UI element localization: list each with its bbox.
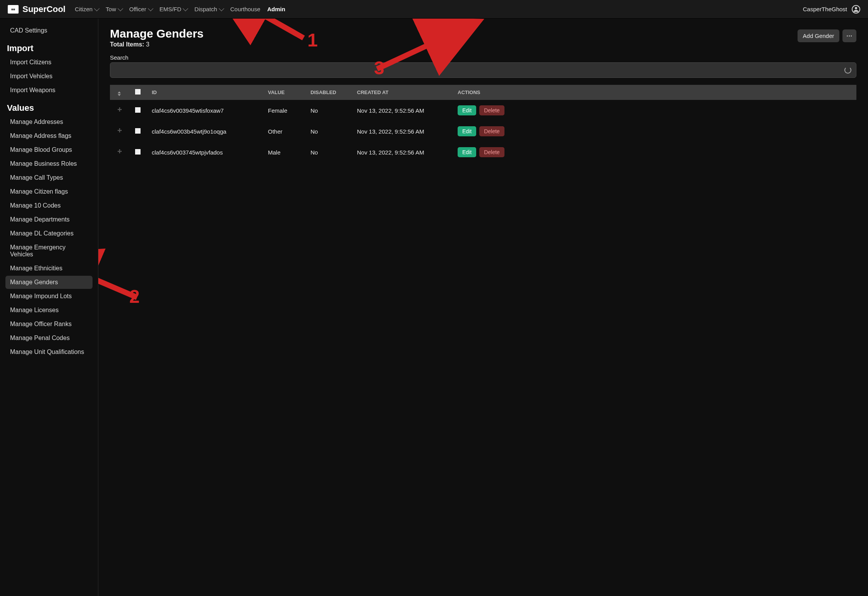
more-actions-button[interactable]: ··· <box>842 29 856 42</box>
nav-label: EMS/FD <box>160 6 182 12</box>
chevron-down-icon <box>183 5 188 11</box>
sidebar-item-manage-penal-codes[interactable]: Manage Penal Codes <box>5 331 93 345</box>
sidebar-item-manage-unit-qualifications[interactable]: Manage Unit Qualifications <box>5 345 93 359</box>
drag-handle-icon[interactable] <box>117 128 122 133</box>
sidebar-item-label: Manage Unit Qualifications <box>10 349 84 355</box>
genders-table: ID VALUE DISABLED CREATED AT ACTIONS cla… <box>110 85 856 163</box>
chevron-down-icon <box>148 5 153 11</box>
nav-dispatch[interactable]: Dispatch <box>194 6 223 12</box>
sidebar-item-label: Manage Officer Ranks <box>10 321 72 327</box>
sidebar-item-manage-business-roles[interactable]: Manage Business Roles <box>5 157 93 170</box>
cell-actions: EditDelete <box>453 100 856 121</box>
sidebar-item-manage-address-flags[interactable]: Manage Address flags <box>5 129 93 143</box>
current-user[interactable]: CasperTheGhost <box>803 6 847 12</box>
edit-button[interactable]: Edit <box>458 147 476 157</box>
delete-button[interactable]: Delete <box>479 147 504 157</box>
sidebar-item-import-citizens[interactable]: Import Citizens <box>5 56 93 69</box>
cell-actions: EditDelete <box>453 142 856 163</box>
nav-citizen[interactable]: Citizen <box>75 6 99 12</box>
col-id[interactable]: ID <box>147 85 263 100</box>
row-checkbox[interactable] <box>135 107 141 113</box>
drag-handle-icon[interactable] <box>117 107 122 112</box>
edit-button[interactable]: Edit <box>458 126 476 136</box>
col-value[interactable]: VALUE <box>263 85 306 100</box>
sidebar-item-label: Manage Citizen flags <box>10 188 68 195</box>
nav-label: Dispatch <box>194 6 217 12</box>
sidebar-item-manage-addresses[interactable]: Manage Addresses <box>5 115 93 129</box>
sidebar-item-manage-impound-lots[interactable]: Manage Impound Lots <box>5 290 93 303</box>
search-label: Search <box>110 54 856 61</box>
nav-label: Citizen <box>75 6 93 12</box>
sidebar-item-manage-call-types[interactable]: Manage Call Types <box>5 171 93 184</box>
user-avatar-icon[interactable] <box>852 5 860 14</box>
checkbox-icon[interactable] <box>135 89 141 94</box>
sidebar-item-label: Manage Addresses <box>10 119 63 125</box>
nav-tow[interactable]: Tow <box>106 6 122 12</box>
table-row: claf4cs6v003945wtisfoxaw7FemaleNoNov 13,… <box>110 100 856 121</box>
sidebar: CAD Settings ImportImport CitizensImport… <box>0 19 98 596</box>
sidebar-item-manage-ethnicities[interactable]: Manage Ethnicities <box>5 262 93 275</box>
nav-ems-fd[interactable]: EMS/FD <box>160 6 188 12</box>
sidebar-item-label: Import Weapons <box>10 87 55 93</box>
sidebar-item-manage-officer-ranks[interactable]: Manage Officer Ranks <box>5 318 93 331</box>
edit-button[interactable]: Edit <box>458 105 476 115</box>
nav-courthouse[interactable]: Courthouse <box>230 6 261 12</box>
cell-actions: EditDelete <box>453 121 856 142</box>
cell-created_at: Nov 13, 2022, 9:52:56 AM <box>352 121 453 142</box>
sidebar-item-manage-citizen-flags[interactable]: Manage Citizen flags <box>5 185 93 198</box>
loading-spinner-icon <box>844 67 851 74</box>
drag-handle-icon[interactable] <box>117 149 122 154</box>
col-sort[interactable] <box>110 85 129 100</box>
sort-icon <box>118 91 121 96</box>
sidebar-item-label: CAD Settings <box>10 27 47 34</box>
sidebar-item-manage-departments[interactable]: Manage Departments <box>5 213 93 226</box>
sidebar-item-label: Manage Licenses <box>10 307 58 313</box>
row-checkbox[interactable] <box>135 128 141 134</box>
sidebar-item-label: Manage DL Categories <box>10 230 74 237</box>
sidebar-item-label: Manage Ethnicities <box>10 265 62 271</box>
nav-officer[interactable]: Officer <box>129 6 153 12</box>
total-items: Total Items: 3 <box>110 41 204 48</box>
row-checkbox[interactable] <box>135 149 141 155</box>
sidebar-item-cad-settings[interactable]: CAD Settings <box>5 24 93 37</box>
col-actions: ACTIONS <box>453 85 856 100</box>
nav-label: Tow <box>106 6 116 12</box>
brand[interactable]: ◼◼ SuperCool <box>8 4 65 14</box>
search-input[interactable] <box>115 67 844 74</box>
table-row: claf4cs6w003b45wtj9o1oqgaOtherNoNov 13, … <box>110 121 856 142</box>
cell-value: Female <box>263 100 306 121</box>
cell-disabled: No <box>306 142 352 163</box>
sidebar-item-manage-10-codes[interactable]: Manage 10 Codes <box>5 199 93 212</box>
top-nav: ◼◼ SuperCool CitizenTowOfficerEMS/FDDisp… <box>0 0 868 19</box>
cell-id: claf4cs6v003745wtpjvfados <box>147 142 263 163</box>
sidebar-item-manage-genders[interactable]: Manage Genders <box>5 276 93 289</box>
col-select-all[interactable] <box>129 85 147 100</box>
add-gender-button[interactable]: Add Gender <box>798 29 840 42</box>
sidebar-item-manage-licenses[interactable]: Manage Licenses <box>5 304 93 317</box>
nav-links: CitizenTowOfficerEMS/FDDispatchCourthous… <box>75 6 285 12</box>
sidebar-item-manage-blood-groups[interactable]: Manage Blood Groups <box>5 143 93 156</box>
cell-disabled: No <box>306 121 352 142</box>
sidebar-item-label: Manage Call Types <box>10 174 63 181</box>
sidebar-item-import-weapons[interactable]: Import Weapons <box>5 84 93 97</box>
page-title: Manage Genders <box>110 27 204 40</box>
chevron-down-icon <box>219 5 224 11</box>
sidebar-item-import-vehicles[interactable]: Import Vehicles <box>5 70 93 83</box>
sidebar-item-manage-emergency-vehicles[interactable]: Manage Emergency Vehicles <box>5 241 93 261</box>
sidebar-item-manage-dl-categories[interactable]: Manage DL Categories <box>5 227 93 240</box>
table-row: claf4cs6v003745wtpjvfadosMaleNoNov 13, 2… <box>110 142 856 163</box>
sidebar-section-values: Values <box>5 98 93 115</box>
sidebar-item-label: Manage Penal Codes <box>10 335 70 341</box>
sidebar-item-label: Import Citizens <box>10 59 51 65</box>
sidebar-item-label: Manage Impound Lots <box>10 293 72 299</box>
main-content: Manage Genders Total Items: 3 Add Gender… <box>98 19 868 596</box>
col-created-at[interactable]: CREATED AT <box>352 85 453 100</box>
nav-label: Courthouse <box>230 6 261 12</box>
col-disabled[interactable]: DISABLED <box>306 85 352 100</box>
cell-value: Other <box>263 121 306 142</box>
svg-point-0 <box>855 7 857 9</box>
delete-button[interactable]: Delete <box>479 126 504 136</box>
sidebar-item-label: Manage Genders <box>10 279 58 285</box>
delete-button[interactable]: Delete <box>479 105 504 115</box>
nav-admin[interactable]: Admin <box>267 6 285 12</box>
